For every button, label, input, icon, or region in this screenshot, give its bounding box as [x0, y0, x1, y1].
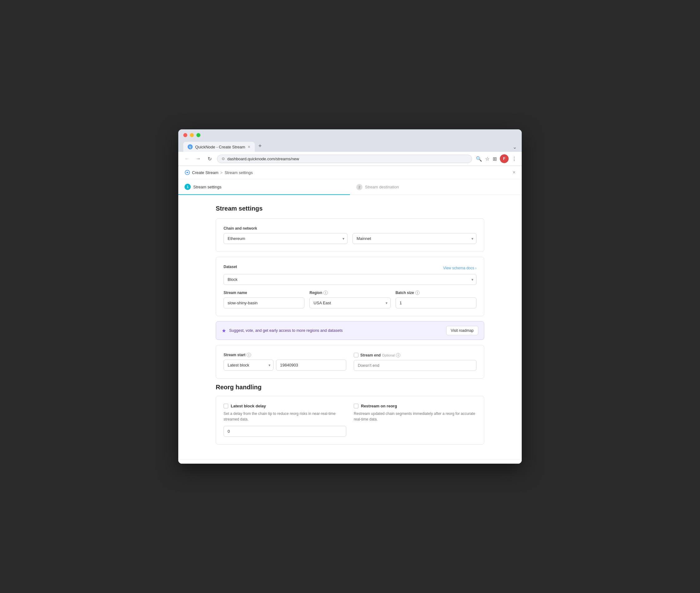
- region-info-icon: i: [323, 290, 328, 295]
- chain-select-wrapper: Ethereum Bitcoin Solana: [224, 233, 348, 244]
- dataset-select-wrapper: Block Transaction Log: [224, 274, 476, 285]
- stream-start-type-select[interactable]: Latest block Block number Timestamp: [224, 360, 273, 370]
- batch-size-input[interactable]: [396, 298, 476, 308]
- stream-start-controls: Latest block Block number Timestamp: [224, 360, 346, 370]
- reload-button[interactable]: ↻: [206, 155, 213, 162]
- breadcrumb: Create Stream > Stream settings ×: [178, 166, 522, 179]
- stream-end-checkbox[interactable]: [354, 353, 358, 357]
- breadcrumb-current: Stream settings: [224, 170, 253, 175]
- tab-title: QuickNode - Create Stream: [195, 145, 245, 149]
- latest-block-delay-checkbox[interactable]: [224, 404, 228, 408]
- banner-star-icon: ★: [222, 328, 226, 334]
- breadcrumb-home-link[interactable]: Create Stream: [192, 170, 219, 175]
- dataset-card: Dataset View schema docs › Block Transac…: [216, 257, 484, 316]
- browser-window: Q QuickNode - Create Stream × + ⌄ ← → ↻ …: [178, 129, 522, 464]
- new-tab-button[interactable]: +: [256, 140, 264, 152]
- page-content: Create Stream > Stream settings × 1 Stre…: [178, 166, 522, 464]
- chain-field-group: Ethereum Bitcoin Solana: [224, 233, 348, 244]
- banner: ★ Suggest, vote, and get early access to…: [216, 321, 484, 340]
- step-2[interactable]: 2 Stream destination: [350, 179, 522, 195]
- footer-bar: Next ›: [178, 460, 522, 464]
- forward-button[interactable]: →: [194, 155, 202, 162]
- banner-text: Suggest, vote, and get early access to m…: [229, 328, 443, 333]
- url-bar[interactable]: ⊙ dashboard.quicknode.com/streams/new: [217, 155, 472, 163]
- latest-block-delay-check-row: Latest block delay: [224, 404, 346, 408]
- maximize-window-button[interactable]: [196, 133, 201, 137]
- chain-select[interactable]: Ethereum Bitcoin Solana: [224, 233, 348, 244]
- url-text: dashboard.quicknode.com/streams/new: [227, 157, 299, 161]
- step-indicator: 1 Stream settings 2 Stream destination: [178, 179, 522, 195]
- stream-start-info-icon: i: [247, 353, 251, 357]
- dataset-label: Dataset: [224, 265, 237, 269]
- page-scroll: Stream settings Chain and network Ethere…: [178, 195, 522, 464]
- region-label: Region i: [309, 290, 390, 295]
- stream-start-label: Stream start i: [224, 353, 346, 357]
- restream-on-reorg-check-row: Restream on reorg: [354, 404, 476, 408]
- stream-end-label: Stream end Optional i: [360, 353, 400, 357]
- stream-name-label: Stream name: [224, 290, 304, 295]
- tab-favicon: Q: [188, 144, 193, 149]
- close-window-button[interactable]: [183, 133, 187, 137]
- view-schema-docs-link[interactable]: View schema docs ›: [443, 266, 476, 270]
- restream-on-reorg-checkbox[interactable]: [354, 404, 358, 408]
- latest-block-delay-input[interactable]: [224, 426, 346, 437]
- stream-end-half: Stream end Optional i: [354, 353, 476, 371]
- step-1[interactable]: 1 Stream settings: [178, 179, 350, 195]
- network-select[interactable]: Mainnet Testnet: [352, 233, 476, 244]
- main-content: Stream settings Chain and network Ethere…: [210, 195, 490, 460]
- browser-actions: 🔍 ☆ ⊞ F ⋮: [476, 154, 517, 163]
- stream-start-end-row: Stream start i Latest block Block number…: [224, 353, 476, 371]
- active-tab[interactable]: Q QuickNode - Create Stream ×: [183, 142, 255, 152]
- visit-roadmap-button[interactable]: Visit roadmap: [446, 326, 478, 335]
- step-1-number: 1: [184, 184, 191, 190]
- security-icon: ⊙: [222, 157, 225, 161]
- network-field-group: Mainnet Testnet: [352, 233, 476, 244]
- browser-chrome: Q QuickNode - Create Stream × + ⌄: [178, 129, 522, 152]
- tab-dropdown-icon[interactable]: ⌄: [513, 144, 517, 150]
- back-button[interactable]: ←: [183, 155, 191, 162]
- search-icon[interactable]: 🔍: [476, 156, 482, 162]
- batch-size-group: Batch size i: [396, 290, 476, 308]
- minimize-window-button[interactable]: [190, 133, 194, 137]
- schema-link-arrow-icon: ›: [475, 266, 476, 270]
- batch-size-label: Batch size i: [396, 290, 476, 295]
- region-group: Region i USA East USA West Europe Asia: [309, 290, 390, 308]
- stream-start-block-group: [276, 360, 346, 370]
- user-avatar[interactable]: F: [500, 154, 509, 163]
- tab-close-button[interactable]: ×: [248, 144, 250, 149]
- stream-end-header: Stream end Optional i: [354, 353, 476, 357]
- stream-name-input[interactable]: [224, 298, 304, 308]
- breadcrumb-separator: >: [220, 170, 223, 175]
- dataset-header: Dataset View schema docs ›: [224, 265, 476, 272]
- batch-size-info-icon: i: [415, 290, 420, 295]
- breadcrumb-close-button[interactable]: ×: [513, 170, 516, 175]
- stream-start-half: Stream start i Latest block Block number…: [224, 353, 346, 371]
- tab-controls: ⌄: [513, 144, 517, 152]
- network-select-wrapper: Mainnet Testnet: [352, 233, 476, 244]
- stream-end-info-icon: i: [396, 353, 400, 357]
- reorg-card: Latest block delay Set a delay from the …: [216, 396, 484, 445]
- stream-name-group: Stream name: [224, 290, 304, 308]
- restream-on-reorg-half: Restream on reorg Restream updated chain…: [354, 404, 476, 437]
- bookmark-icon[interactable]: ☆: [485, 156, 489, 162]
- extensions-icon[interactable]: ⊞: [493, 156, 497, 162]
- chain-network-card: Chain and network Ethereum Bitcoin Solan…: [216, 219, 484, 252]
- region-select-wrapper: USA East USA West Europe Asia: [309, 298, 390, 308]
- dataset-select[interactable]: Block Transaction Log: [224, 274, 476, 285]
- reorg-row: Latest block delay Set a delay from the …: [224, 404, 476, 437]
- stream-start-block-input[interactable]: [276, 360, 346, 370]
- stream-config-row: Stream name Region i USA East: [224, 290, 476, 308]
- step-2-number: 2: [356, 184, 362, 190]
- tab-bar: Q QuickNode - Create Stream × + ⌄: [183, 140, 517, 152]
- page-title: Stream settings: [216, 205, 484, 212]
- step-1-label: Stream settings: [193, 185, 221, 189]
- stream-start-end-card: Stream start i Latest block Block number…: [216, 345, 484, 379]
- restream-on-reorg-label: Restream on reorg: [361, 404, 397, 408]
- stream-end-input[interactable]: [354, 360, 476, 371]
- latest-block-delay-label: Latest block delay: [231, 404, 266, 408]
- region-select[interactable]: USA East USA West Europe Asia: [309, 298, 390, 308]
- chain-network-row: Ethereum Bitcoin Solana Mainnet Testne: [224, 233, 476, 244]
- latest-block-delay-half: Latest block delay Set a delay from the …: [224, 404, 346, 437]
- step-2-label: Stream destination: [365, 185, 399, 189]
- menu-icon[interactable]: ⋮: [512, 156, 517, 162]
